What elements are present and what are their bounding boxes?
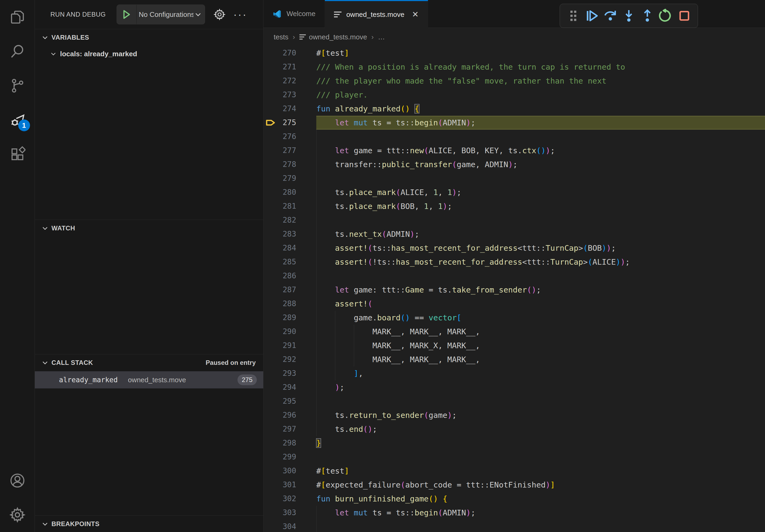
gutter-marker[interactable]	[264, 478, 276, 492]
code-line-303[interactable]: 303 let mut ts = ts::begin(ADMIN);	[264, 506, 765, 520]
gutter-marker[interactable]	[264, 283, 276, 297]
code-line-content[interactable]: /// player.	[316, 88, 765, 102]
gutter-marker[interactable]	[264, 367, 276, 381]
code-line-content[interactable]: );	[316, 381, 765, 394]
gutter-marker[interactable]	[264, 227, 276, 241]
code-line-content[interactable]: }	[316, 436, 765, 450]
gutter-marker[interactable]	[264, 520, 276, 532]
gutter-marker[interactable]	[264, 171, 276, 185]
code-line-296[interactable]: 296 ts.return_to_sender(game);	[264, 408, 765, 422]
gutter-marker[interactable]	[264, 492, 276, 506]
code-line-content[interactable]: ts.place_mark(BOB, 1, 1);	[316, 199, 765, 213]
code-line-270[interactable]: 270#[test]	[264, 46, 765, 60]
drag-grip-icon[interactable]	[564, 6, 583, 25]
gutter-marker[interactable]	[264, 46, 276, 60]
gutter-marker[interactable]	[264, 422, 276, 436]
gutter-marker[interactable]	[264, 269, 276, 283]
search-tab[interactable]	[0, 34, 35, 69]
code-line-282[interactable]: 282	[264, 213, 765, 227]
extensions-tab[interactable]	[0, 137, 35, 171]
code-line-content[interactable]: ts.next_tx(ADMIN);	[316, 227, 765, 241]
code-line-290[interactable]: 290 MARK__, MARK__, MARK__,	[264, 325, 765, 339]
close-icon[interactable]: ✕	[412, 10, 419, 19]
gutter-marker[interactable]	[264, 506, 276, 520]
code-line-300[interactable]: 300#[test]	[264, 464, 765, 478]
code-line-content[interactable]: #[expected_failure(abort_code = ttt::ENo…	[316, 478, 765, 492]
code-line-287[interactable]: 287 let game: ttt::Game = ts.take_from_s…	[264, 283, 765, 297]
stop-button[interactable]	[675, 6, 693, 25]
code-line-content[interactable]	[316, 213, 765, 227]
watch-section-header[interactable]: WATCH	[35, 220, 263, 236]
call-stack-frame-row[interactable]: already_marked owned_tests.move 275	[35, 371, 263, 389]
code-line-277[interactable]: 277 let game = ttt::new(ALICE, BOB, KEY,…	[264, 143, 765, 157]
code-line-content[interactable]: #[test]	[316, 46, 765, 60]
manage-button[interactable]	[0, 498, 35, 532]
code-line-284[interactable]: 284 assert!(ts::has_most_recent_for_addr…	[264, 241, 765, 255]
locals-scope-row[interactable]: locals: already_marked	[35, 46, 263, 62]
step-out-button[interactable]	[638, 6, 656, 25]
code-line-content[interactable]: fun burn_unfinished_game() {	[316, 492, 765, 506]
code-line-content[interactable]: assert!(	[316, 297, 765, 311]
code-line-content[interactable]: /// the player who made the "false" move…	[316, 74, 765, 88]
gutter-marker[interactable]	[264, 450, 276, 464]
code-line-286[interactable]: 286	[264, 269, 765, 283]
code-line-294[interactable]: 294 );	[264, 381, 765, 394]
code-line-content[interactable]: ts.return_to_sender(game);	[316, 408, 765, 422]
debug-settings-button[interactable]	[213, 8, 226, 21]
gutter-marker[interactable]	[264, 436, 276, 450]
code-line-291[interactable]: 291 MARK__, MARK_X, MARK__,	[264, 339, 765, 353]
code-line-content[interactable]	[316, 450, 765, 464]
run-and-debug-tab[interactable]: 1	[0, 103, 35, 137]
code-line-content[interactable]: transfer::public_transfer(game, ADMIN);	[316, 157, 765, 171]
code-line-content[interactable]	[316, 520, 765, 532]
gutter-marker[interactable]	[264, 102, 276, 116]
code-line-content[interactable]: fun already_marked() {	[316, 102, 765, 116]
code-line-279[interactable]: 279	[264, 171, 765, 185]
gutter-marker[interactable]	[264, 60, 276, 74]
code-area[interactable]: 270#[test]271/// When a position is alre…	[264, 46, 765, 532]
code-line-content[interactable]: ts.place_mark(ALICE, 1, 1);	[316, 185, 765, 199]
code-line-content[interactable]	[316, 130, 765, 143]
code-line-273[interactable]: 273/// player.	[264, 88, 765, 102]
code-line-content[interactable]: let mut ts = ts::begin(ADMIN);	[316, 116, 765, 130]
code-line-content[interactable]: assert!(ts::has_most_recent_for_address<…	[316, 241, 765, 255]
code-line-298[interactable]: 298}	[264, 436, 765, 450]
breadcrumb-file[interactable]: owned_tests.move	[300, 33, 367, 41]
code-line-295[interactable]: 295	[264, 394, 765, 408]
code-line-content[interactable]	[316, 269, 765, 283]
code-line-293[interactable]: 293 ],	[264, 367, 765, 381]
explorer-tab[interactable]	[0, 0, 35, 34]
code-line-275[interactable]: 275 let mut ts = ts::begin(ADMIN);	[264, 116, 765, 130]
breadcrumb-symbol[interactable]: …	[378, 33, 385, 41]
code-line-271[interactable]: 271/// When a position is already marked…	[264, 60, 765, 74]
code-line-content[interactable]: let mut ts = ts::begin(ADMIN);	[316, 506, 765, 520]
breakpoints-section-header[interactable]: BREAKPOINTS	[35, 515, 263, 532]
code-line-301[interactable]: 301#[expected_failure(abort_code = ttt::…	[264, 478, 765, 492]
gutter-marker[interactable]	[264, 143, 276, 157]
code-line-304[interactable]: 304	[264, 520, 765, 532]
gutter-marker[interactable]	[264, 157, 276, 171]
code-line-288[interactable]: 288 assert!(	[264, 297, 765, 311]
gutter-marker[interactable]	[264, 130, 276, 143]
code-line-281[interactable]: 281 ts.place_mark(BOB, 1, 1);	[264, 199, 765, 213]
gutter-marker[interactable]	[264, 311, 276, 325]
gutter-marker[interactable]	[264, 408, 276, 422]
gutter-marker[interactable]	[264, 339, 276, 353]
variables-section-header[interactable]: VARIABLES	[35, 29, 263, 46]
breadcrumb-folder[interactable]: tests	[274, 33, 289, 41]
restart-button[interactable]	[656, 6, 675, 25]
code-line-297[interactable]: 297 ts.end();	[264, 422, 765, 436]
code-line-content[interactable]: MARK__, MARK__, MARK__,	[316, 353, 765, 367]
code-line-content[interactable]: #[test]	[316, 464, 765, 478]
code-line-content[interactable]: MARK__, MARK__, MARK__,	[316, 325, 765, 339]
gutter-marker[interactable]	[264, 297, 276, 311]
debug-current-line-arrow-icon[interactable]	[264, 116, 276, 130]
code-line-274[interactable]: 274fun already_marked() {	[264, 102, 765, 116]
more-actions-button[interactable]: ···	[234, 12, 248, 17]
code-line-299[interactable]: 299	[264, 450, 765, 464]
code-line-content[interactable]: game.board() == vector[	[316, 311, 765, 325]
call-stack-section-header[interactable]: CALL STACK Paused on entry	[35, 354, 263, 371]
code-line-283[interactable]: 283 ts.next_tx(ADMIN);	[264, 227, 765, 241]
code-line-content[interactable]: MARK__, MARK_X, MARK__,	[316, 339, 765, 353]
code-line-280[interactable]: 280 ts.place_mark(ALICE, 1, 1);	[264, 185, 765, 199]
